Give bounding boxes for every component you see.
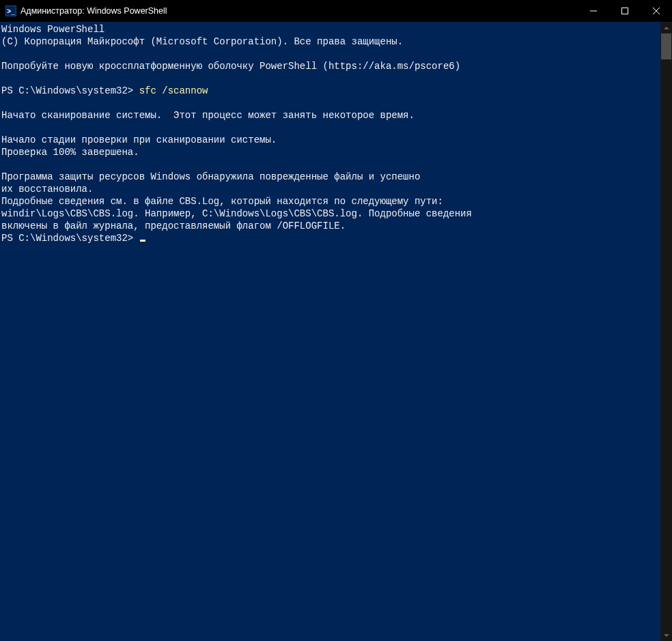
- terminal-line: Программа защиты ресурсов Windows обнару…: [1, 171, 660, 183]
- terminal-line: Подробные сведения см. в файле CBS.Log, …: [1, 195, 660, 208]
- chevron-up-icon: [664, 27, 669, 29]
- scroll-up-button[interactable]: [660, 22, 672, 33]
- prompt: PS C:\Windows\system32>: [1, 233, 139, 244]
- terminal-line: PS C:\Windows\system32>: [1, 232, 660, 244]
- terminal-line: Начато сканирование системы. Этот процес…: [1, 109, 660, 122]
- cursor: [140, 240, 145, 242]
- minimize-button[interactable]: [578, 0, 609, 22]
- client-area: Windows PowerShell(C) Корпорация Майкрос…: [0, 22, 672, 641]
- terminal-line: включены в файл журнала, предоставляемый…: [1, 220, 660, 232]
- terminal-line: windir\Logs\CBS\CBS.log. Например, C:\Wi…: [1, 208, 660, 220]
- scroll-down-button[interactable]: [660, 629, 672, 641]
- maximize-icon: [621, 8, 628, 14]
- titlebar[interactable]: >_ Администратор: Windows PowerShell: [0, 0, 672, 22]
- terminal-output[interactable]: Windows PowerShell(C) Корпорация Майкрос…: [0, 22, 660, 641]
- command-text: sfc /scannow: [139, 85, 208, 96]
- minimize-icon: [590, 8, 597, 14]
- prompt: PS C:\Windows\system32>: [1, 85, 139, 96]
- terminal-line: [1, 72, 660, 85]
- terminal-line: [1, 122, 660, 134]
- terminal-line: Windows PowerShell: [1, 23, 660, 35]
- terminal-line: их восстановила.: [1, 183, 660, 195]
- window-title: Администратор: Windows PowerShell: [20, 6, 167, 16]
- terminal-line: Проверка 100% завершена.: [1, 146, 660, 158]
- terminal-line: PS C:\Windows\system32> sfc /scannow: [1, 85, 660, 97]
- terminal-line: (C) Корпорация Майкрософт (Microsoft Cor…: [1, 35, 660, 48]
- powershell-icon: >_: [5, 5, 16, 16]
- chevron-down-icon: [664, 634, 669, 637]
- svg-rect-0: [622, 8, 628, 14]
- scrollbar[interactable]: [660, 22, 672, 641]
- terminal-line: [1, 158, 660, 171]
- close-button[interactable]: [641, 0, 672, 22]
- terminal-line: Начало стадии проверки при сканировании …: [1, 134, 660, 146]
- powershell-icon-glyph: >_: [7, 8, 14, 15]
- terminal-line: [1, 97, 660, 109]
- powershell-window: >_ Администратор: Windows PowerShell Win…: [0, 0, 672, 641]
- close-icon: [653, 8, 660, 14]
- scroll-thumb[interactable]: [661, 33, 671, 59]
- terminal-line: [1, 48, 660, 60]
- terminal-line: Попробуйте новую кроссплатформенную обол…: [1, 60, 660, 72]
- maximize-button[interactable]: [609, 0, 641, 22]
